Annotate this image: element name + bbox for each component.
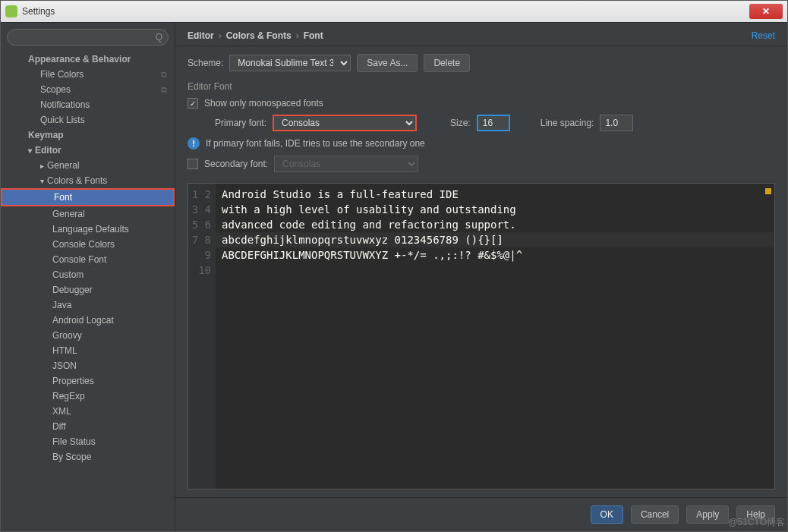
settings-tree[interactable]: Appearance & BehaviorFile Colors⧉Scopes⧉… [1, 52, 175, 531]
sidebar-item-file-status[interactable]: File Status [1, 434, 175, 449]
editor-font-legend: Editor Font [188, 81, 775, 92]
show-monospaced-checkbox[interactable]: ✓ [188, 98, 198, 109]
sidebar-item-console-colors[interactable]: Console Colors [1, 237, 175, 252]
sidebar-item-label: Android Logcat [52, 315, 114, 326]
line-spacing-label: Line spacing: [541, 118, 594, 128]
line-spacing-input[interactable] [600, 115, 633, 131]
ok-button[interactable]: OK [591, 505, 623, 524]
sidebar-item-colors-fonts[interactable]: ▾Colors & Fonts [1, 173, 175, 188]
breadcrumb: Editor › Colors & Fonts › Font Reset [175, 23, 787, 46]
sidebar-item-console-font[interactable]: Console Font [1, 252, 175, 267]
sidebar-item-label: Custom [52, 269, 84, 280]
sidebar-item-label: Console Font [52, 254, 106, 265]
sidebar-item-label: Diff [52, 421, 66, 432]
sidebar-item-label: RegExp [52, 391, 85, 401]
sidebar-item-label: Colors & Fonts [47, 175, 107, 186]
dialog-buttons: OK Cancel Apply Help [175, 497, 787, 531]
sidebar-item-appearance-behavior[interactable]: Appearance & Behavior [1, 52, 175, 67]
sidebar-item-label: Groovy [52, 330, 82, 341]
sidebar-item-notifications[interactable]: Notifications [1, 97, 175, 112]
secondary-font-label: Secondary font: [204, 159, 268, 169]
sidebar-item-json[interactable]: JSON [1, 358, 175, 373]
sidebar-item-android-logcat[interactable]: Android Logcat [1, 313, 175, 328]
search-input[interactable] [7, 29, 169, 46]
sidebar-item-general[interactable]: ▸General [1, 158, 175, 173]
app-icon [5, 5, 17, 17]
sidebar-item-label: Quick Lists [40, 115, 85, 125]
titlebar: Settings ✕ [1, 1, 787, 22]
sidebar-item-html[interactable]: HTML [1, 343, 175, 358]
sidebar-item-diff[interactable]: Diff [1, 419, 175, 434]
scheme-select[interactable]: Monokai Sublime Text 3 [229, 55, 351, 71]
sidebar-item-label: Appearance & Behavior [28, 54, 131, 65]
chevron-icon: ▸ [40, 162, 44, 170]
sidebar-item-label: Notifications [40, 99, 90, 110]
sidebar-item-label: General [47, 160, 80, 171]
window-title: Settings [22, 6, 55, 17]
delete-button[interactable]: Delete [424, 54, 470, 72]
search-icon: Q [156, 32, 162, 42]
sidebar-item-properties[interactable]: Properties [1, 373, 175, 389]
sidebar-item-label: Language Defaults [52, 224, 129, 235]
sidebar-item-label: Java [52, 300, 71, 310]
sidebar-item-label: File Status [52, 436, 96, 447]
watermark: @51CTO博客 [728, 516, 785, 529]
save-as-button[interactable]: Save As... [357, 54, 418, 72]
sidebar-item-label: General [52, 209, 85, 219]
window-close-button[interactable]: ✕ [749, 4, 783, 19]
reset-link[interactable]: Reset [752, 30, 775, 41]
size-label: Size: [450, 118, 471, 128]
info-text: If primary font fails, IDE tries to use … [206, 138, 425, 149]
cancel-button[interactable]: Cancel [631, 505, 679, 524]
secondary-font-select: Consolas [274, 156, 418, 172]
sidebar-item-file-colors[interactable]: File Colors⧉ [1, 67, 175, 82]
scope-icon: ⧉ [161, 85, 167, 95]
sidebar-item-label: Debugger [52, 285, 93, 295]
sidebar-item-by-scope[interactable]: By Scope [1, 449, 175, 464]
sidebar-item-general[interactable]: General [1, 206, 175, 222]
sidebar-item-label: By Scope [52, 452, 91, 462]
sidebar-item-language-defaults[interactable]: Language Defaults [1, 222, 175, 237]
sidebar-item-label: Console Colors [52, 239, 115, 250]
sidebar-item-font[interactable]: Font [1, 188, 175, 206]
secondary-font-checkbox[interactable]: ✓ [188, 159, 198, 169]
sidebar-item-custom[interactable]: Custom [1, 267, 175, 282]
sidebar-item-label: Keymap [28, 130, 64, 140]
sidebar-item-label: HTML [52, 345, 77, 356]
sidebar-item-label: Properties [52, 376, 94, 386]
sidebar-item-xml[interactable]: XML [1, 404, 175, 419]
scheme-label: Scheme: [188, 58, 223, 68]
sidebar-item-regexp[interactable]: RegExp [1, 389, 175, 404]
sidebar-item-editor[interactable]: ▾Editor [1, 143, 175, 158]
sidebar-item-label: JSON [52, 360, 77, 371]
sidebar-item-quick-lists[interactable]: Quick Lists [1, 112, 175, 127]
primary-font-select[interactable]: Consolas [273, 115, 417, 131]
info-icon: ! [188, 137, 200, 150]
scope-icon: ⧉ [161, 70, 167, 80]
sidebar-item-label: XML [52, 406, 71, 417]
chevron-icon: ▾ [28, 146, 32, 155]
sidebar-item-groovy[interactable]: Groovy [1, 328, 175, 343]
apply-button[interactable]: Apply [686, 505, 729, 524]
gutter: 1 2 3 4 5 6 7 8 9 10 [188, 184, 216, 489]
size-input[interactable] [477, 115, 510, 131]
main-panel: Editor › Colors & Fonts › Font Reset Sch… [175, 23, 787, 531]
sidebar-item-scopes[interactable]: Scopes⧉ [1, 82, 175, 97]
sidebar-item-keymap[interactable]: Keymap [1, 127, 175, 143]
code-area[interactable]: Android Studio is a full-featured IDEwit… [216, 184, 774, 489]
close-icon: ✕ [762, 6, 770, 17]
sidebar-item-java[interactable]: Java [1, 297, 175, 313]
sidebar-item-label: Font [54, 192, 72, 203]
show-monospaced-label: Show only monospaced fonts [204, 98, 323, 109]
primary-font-label: Primary font: [215, 118, 266, 128]
font-preview[interactable]: 1 2 3 4 5 6 7 8 9 10 Android Studio is a… [188, 183, 775, 490]
sidebar-item-debugger[interactable]: Debugger [1, 282, 175, 297]
sidebar-item-label: File Colors [40, 69, 84, 80]
sidebar-item-label: Scopes [40, 84, 71, 95]
sidebar-item-label: Editor [35, 145, 61, 156]
chevron-icon: ▾ [40, 177, 44, 185]
settings-sidebar: Q Appearance & BehaviorFile Colors⧉Scope… [1, 23, 175, 531]
